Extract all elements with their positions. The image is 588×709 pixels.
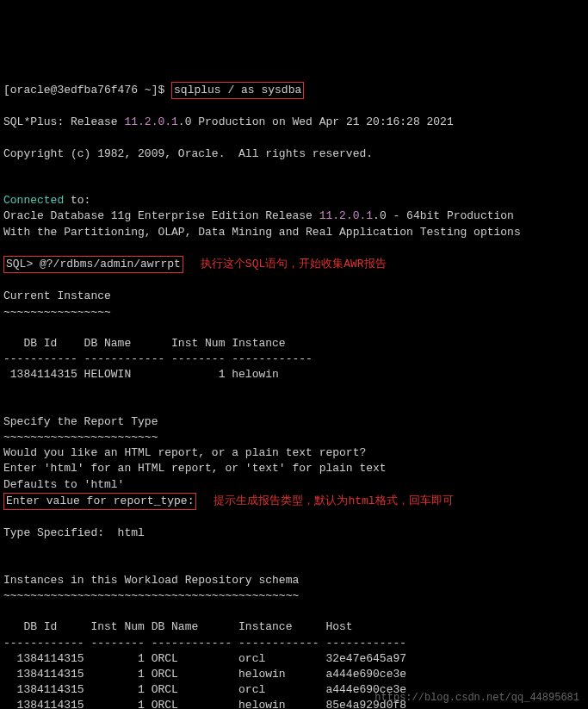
instance-row-0: 1384114315 1 ORCL orcl 32e47e645a97 bbox=[3, 652, 406, 665]
annotation-1: 执行这个SQL语句，开始收集AWR报告 bbox=[201, 257, 387, 272]
report-line2: Enter 'html' for an HTML report, or 'tex… bbox=[3, 462, 387, 475]
annotation-2: 提示生成报告类型，默认为html格式，回车即可 bbox=[214, 494, 453, 509]
tilde-3: ~~~~~~~~~~~~~~~~~~~~~~~~~~~~~~~~~~~~~~~~… bbox=[3, 589, 299, 602]
instances-header: DB Id Inst Num DB Name Instance Host bbox=[3, 620, 353, 633]
type-specified: Type Specified: html bbox=[3, 526, 145, 539]
release-suffix: .0 Production on Wed Apr 21 20:16:28 202… bbox=[178, 115, 454, 128]
instances-divider: ------------ -------- ------------ -----… bbox=[3, 637, 406, 650]
copyright: Copyright (c) 1982, 2009, Oracle. All ri… bbox=[3, 147, 373, 160]
version: 11.2.0.1 bbox=[124, 115, 177, 128]
instance-row-3: 1384114315 1 ORCL helowin 85e4a929d0f8 bbox=[3, 699, 406, 709]
instance-row-2: 1384114315 1 ORCL orcl a444e690ce3e bbox=[3, 683, 406, 696]
report-line3: Defaults to 'html' bbox=[3, 478, 124, 491]
instance-row: 1384114315 HELOWIN 1 helowin bbox=[3, 368, 279, 381]
instance-header: DB Id DB Name Inst Num Instance bbox=[3, 337, 286, 350]
connected-word: Connected bbox=[3, 194, 64, 207]
db-release-suffix: .0 - 64bit Production bbox=[373, 209, 514, 222]
instance-row-1: 1384114315 1 ORCL helowin a444e690ce3e bbox=[3, 668, 406, 681]
db-version: 11.2.0.1 bbox=[319, 209, 373, 222]
connected-suffix: to: bbox=[64, 194, 90, 207]
sqlplus-command: sqlplus / as sysdba bbox=[171, 82, 304, 99]
report-type-prompt[interactable]: Enter value for report_type: bbox=[3, 493, 196, 510]
db-release-prefix: Oracle Database 11g Enterprise Edition R… bbox=[3, 209, 319, 222]
tilde-1: ~~~~~~~~~~~~~~~~ bbox=[3, 306, 111, 319]
report-type-title: Specify the Report Type bbox=[3, 415, 158, 428]
terminal-output: [oracle@3edfba76f476 ~]$ sqlplus / as sy… bbox=[3, 66, 585, 709]
shell-prompt: [oracle@3edfba76f476 ~]$ bbox=[3, 84, 171, 96]
watermark: https://blog.csdn.net/qq_44895681 bbox=[374, 691, 579, 706]
release-prefix: SQL*Plus: Release bbox=[3, 115, 124, 128]
awrrpt-command[interactable]: @?/rdbms/admin/awrrpt bbox=[40, 258, 181, 271]
report-line1: Would you like an HTML report, or a plai… bbox=[3, 446, 366, 459]
sql-prompt: SQL> bbox=[6, 258, 40, 271]
tilde-2: ~~~~~~~~~~~~~~~~~~~~~~~ bbox=[3, 431, 158, 444]
instances-title: Instances in this Workload Repository sc… bbox=[3, 574, 299, 587]
instance-divider: ----------- ------------ -------- ------… bbox=[3, 352, 313, 365]
current-instance-title: Current Instance bbox=[3, 289, 111, 302]
options-line: With the Partitioning, OLAP, Data Mining… bbox=[3, 226, 521, 239]
